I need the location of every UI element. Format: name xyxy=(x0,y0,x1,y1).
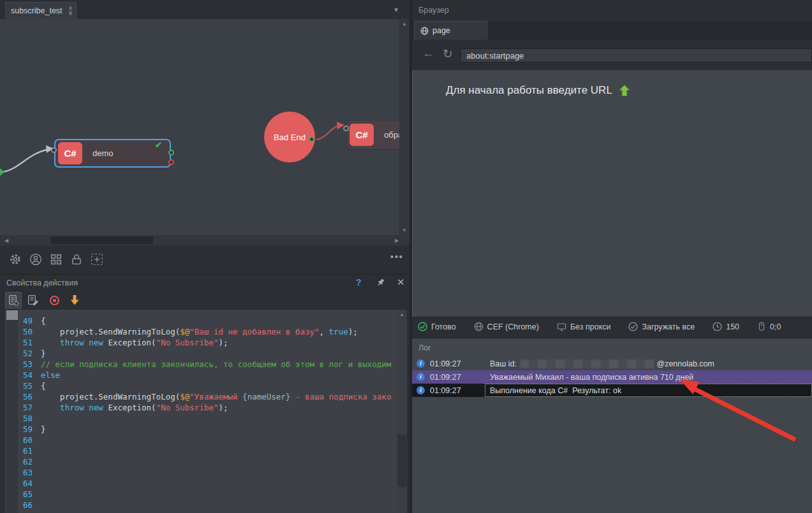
tab-page-label: page xyxy=(432,26,450,35)
scrollbar-thumb[interactable] xyxy=(397,435,406,487)
csharp-badge: C# xyxy=(58,142,82,164)
node-handler-label: обраб xyxy=(384,130,399,140)
check-circle-green-icon xyxy=(418,322,427,331)
status-globe[interactable]: CEF (Chrome) xyxy=(474,322,539,331)
connector-layer xyxy=(0,19,399,235)
browser-statusbar: ГотовоCEF (Chrome)Без проксиЗагружать вс… xyxy=(412,317,812,336)
status-mouse: 0;0 xyxy=(757,322,781,331)
code-lines: 49{50 project.SendWarningToLog($@"Ваш id… xyxy=(5,315,392,510)
check-circle-icon xyxy=(628,322,638,331)
start-page-message: Для начала работы введите URL xyxy=(446,84,630,97)
log-row[interactable]: i01:09:27Уважаемый Михаил - ваша подписк… xyxy=(412,370,812,384)
tab-page[interactable]: page xyxy=(414,21,487,40)
editor-vertical-scrollbar[interactable]: ▲ xyxy=(397,310,407,513)
csharp-badge: C# xyxy=(350,124,374,146)
browser-tabstrip: page xyxy=(412,21,812,40)
properties-toolbar xyxy=(0,291,410,310)
code-line: 51 throw new Exception("No Subsribe"); xyxy=(5,337,392,348)
info-icon: i xyxy=(417,359,425,368)
scroll-up-icon[interactable]: ▲ xyxy=(399,21,410,27)
code-line: 64 xyxy=(5,478,392,489)
close-tab-icon[interactable]: × xyxy=(69,6,73,15)
log-rows: i01:09:27Ваш id: @zennolab.comi01:09:27У… xyxy=(412,357,812,397)
code-editor[interactable]: 49{50 project.SendWarningToLog($@"Ваш id… xyxy=(5,310,407,513)
code-line: 50 project.SendWarningToLog($@"Ваш id не… xyxy=(5,326,392,337)
down-arrow-icon[interactable] xyxy=(66,292,83,308)
edit-code-icon[interactable] xyxy=(24,292,41,308)
code-line: 56 project.SendWarningToLog($@"Уважаемый… xyxy=(5,391,392,402)
node-demo[interactable]: C# demo ✔ xyxy=(54,139,171,168)
canvas-vertical-scrollbar[interactable]: ▲ ▼ xyxy=(399,19,410,235)
settings-gear-icon[interactable] xyxy=(9,253,22,266)
scroll-up-icon[interactable]: ▲ xyxy=(397,312,407,317)
status-label: 150 xyxy=(726,322,739,331)
start-page-text: Для начала работы введите URL xyxy=(446,84,612,97)
mouse-icon xyxy=(757,322,766,331)
status-check-circle[interactable]: Загружать все xyxy=(628,322,695,331)
log-timestamp: 01:09:27 xyxy=(430,373,461,382)
close-panel-icon[interactable]: ✕ xyxy=(397,277,405,288)
log-row[interactable]: i01:09:27Ваш id: @zennolab.com xyxy=(412,357,812,370)
globe-icon xyxy=(420,27,429,35)
status-clock[interactable]: 150 xyxy=(712,322,739,331)
browser-panel-title: Браузер xyxy=(418,6,449,15)
code-line: 65 xyxy=(5,489,392,500)
help-icon[interactable]: ? xyxy=(356,277,362,287)
code-line: 66 xyxy=(5,500,392,510)
output-port-success[interactable] xyxy=(168,150,174,155)
code-line: 53// если подписка клиента закончилась, … xyxy=(5,359,392,370)
action-properties-icon[interactable] xyxy=(5,292,22,308)
grid-view-icon[interactable] xyxy=(50,253,63,266)
browser-viewport[interactable]: Для начала работы введите URL xyxy=(412,70,812,317)
code-line: 62 xyxy=(5,456,392,467)
code-line: 63 xyxy=(5,467,392,478)
scroll-down-icon[interactable]: ▼ xyxy=(399,228,410,233)
log-panel-title: Лог xyxy=(418,343,431,352)
status-monitor[interactable]: Без прокси xyxy=(557,322,611,331)
status-label: CEF (Chrome) xyxy=(487,322,539,331)
profile-icon[interactable] xyxy=(29,253,42,266)
pin-icon[interactable] xyxy=(376,278,385,290)
code-line: 60 xyxy=(5,435,392,445)
refresh-icon[interactable]: ↻ xyxy=(443,47,453,61)
node-demo-label: demo xyxy=(92,148,114,158)
log-message: Уважаемый Михаил - ваша подписка активна… xyxy=(490,373,693,382)
status-label: 0;0 xyxy=(770,322,781,331)
add-region-icon[interactable] xyxy=(91,253,103,266)
lock-icon[interactable] xyxy=(70,253,83,266)
clock-icon xyxy=(712,322,722,331)
scroll-left-icon[interactable]: ◀ xyxy=(1,238,11,243)
log-timestamp: 01:09:27 xyxy=(430,359,461,368)
canvas-horizontal-scrollbar[interactable]: ◀ ▶ xyxy=(0,235,410,245)
code-line: 55{ xyxy=(5,380,392,391)
flow-canvas[interactable]: C# demo ✔ Bad End C# обраб xyxy=(0,19,399,235)
monitor-icon xyxy=(557,322,566,331)
flow-editor-panel: subscribe_test × ▼ C# demo ✔ xyxy=(0,0,410,513)
redacted-id xyxy=(520,359,655,368)
node-bad-end[interactable]: Bad End xyxy=(264,112,315,163)
log-message: Выполнение кода C# Результат: ok xyxy=(490,386,621,395)
record-icon[interactable] xyxy=(46,292,63,308)
output-port[interactable] xyxy=(309,136,314,142)
properties-panel-header: Свойства действия ? ✕ xyxy=(0,274,410,291)
url-input[interactable] xyxy=(461,48,812,62)
output-port-error[interactable] xyxy=(168,159,174,165)
tab-list-dropdown-icon[interactable]: ▼ xyxy=(393,6,399,13)
status-label: Загружать все xyxy=(642,322,695,331)
status-check-circle-green: Готово xyxy=(418,322,456,331)
log-row[interactable]: i01:09:27Выполнение кода C# Результат: o… xyxy=(412,384,812,397)
log-message: Ваш id: @zennolab.com xyxy=(490,359,714,368)
tab-title: subscribe_test xyxy=(11,6,63,15)
more-options-icon[interactable]: ••• xyxy=(390,252,404,262)
node-handler[interactable]: C# обраб xyxy=(346,120,399,150)
browser-panel: Браузер page ← ↻ Для начала работы введи… xyxy=(412,0,812,513)
code-line: 58 xyxy=(5,413,392,424)
scrollbar-thumb[interactable] xyxy=(51,236,153,244)
code-line: 59} xyxy=(5,424,392,435)
back-icon[interactable]: ← xyxy=(422,47,434,61)
scroll-right-icon[interactable]: ▶ xyxy=(392,238,402,243)
tab-subscribe-test[interactable]: subscribe_test × xyxy=(5,2,77,19)
input-port[interactable] xyxy=(343,126,349,131)
input-port[interactable] xyxy=(51,147,57,153)
code-line: 57 throw new Exception("No Subsribe"); xyxy=(5,402,392,413)
